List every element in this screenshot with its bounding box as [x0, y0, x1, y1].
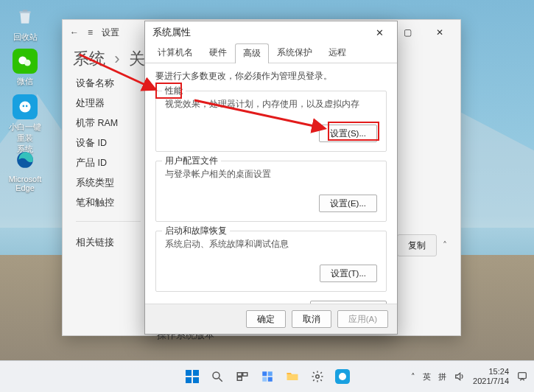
button-label: 取消 — [303, 314, 320, 325]
button-label: 设置(E)... — [330, 198, 366, 209]
svg-rect-15 — [242, 373, 247, 377]
taskbar-clock[interactable]: 15:24 2021/7/14 — [473, 367, 509, 385]
user-profiles-group: 用户配置文件 与登录帐户相关的桌面设置 设置(E)... — [155, 161, 387, 222]
taskbar-center — [182, 366, 353, 387]
svg-point-2 — [19, 101, 30, 112]
tab-hardware[interactable]: 硬件 — [201, 43, 235, 63]
xiaobai-taskbar-icon[interactable] — [332, 366, 353, 387]
divider — [76, 221, 141, 222]
svg-point-4 — [26, 105, 28, 108]
start-button[interactable] — [182, 366, 203, 387]
performance-group-title: 性能 — [162, 85, 186, 97]
startup-recovery-settings-button[interactable]: 设置(T)... — [320, 265, 377, 282]
list-item: 产品 ID — [76, 157, 141, 169]
close-button[interactable]: ✕ — [365, 23, 394, 42]
copy-button-label: 复制 — [408, 240, 426, 251]
menu-button[interactable]: ≡ — [88, 27, 93, 38]
tab-computer-name[interactable]: 计算机名 — [150, 43, 201, 63]
desktop-icon-edge[interactable]: Microsoft Edge — [6, 147, 44, 192]
svg-rect-10 — [186, 377, 192, 383]
performance-group: 性能 视觉效果，处理器计划，内存使用，以及虚拟内存 设置(S)... — [155, 91, 387, 152]
button-label: 应用(A) — [348, 314, 377, 325]
desktop-icon-label: Microsoft Edge — [6, 175, 44, 192]
button-label: 确定 — [257, 314, 275, 325]
svg-point-21 — [315, 375, 319, 379]
svg-point-1 — [24, 60, 31, 66]
edge-icon — [13, 147, 38, 172]
svg-point-3 — [23, 105, 25, 108]
tab-strip: 计算机名 硬件 高级 系统保护 远程 — [145, 43, 397, 63]
performance-group-desc: 视觉效果，处理器计划，内存使用，以及虚拟内存 — [165, 99, 377, 110]
svg-line-13 — [219, 378, 222, 382]
copy-button[interactable]: 复制 — [397, 234, 437, 256]
wechat-icon — [13, 49, 38, 74]
list-item: 笔和触控 — [76, 197, 141, 209]
settings-nav: ← ≡ 设置 — [70, 27, 119, 39]
settings-icon[interactable] — [307, 366, 328, 387]
svg-rect-18 — [267, 371, 272, 376]
svg-point-23 — [339, 373, 346, 380]
chevron-up-icon[interactable]: ˄ — [443, 240, 447, 251]
volume-icon[interactable] — [454, 371, 466, 382]
startup-recovery-group-desc: 系统启动、系统故障和调试信息 — [165, 239, 377, 250]
button-label: 设置(T)... — [331, 268, 366, 279]
file-explorer-icon[interactable] — [282, 366, 303, 387]
related-links-label: 相关链接 — [76, 237, 141, 249]
system-properties-dialog: 系统属性 ✕ 计算机名 硬件 高级 系统保护 远程 要进行大多数更改，你必须作为… — [144, 21, 398, 335]
button-label: 设置(S)... — [330, 128, 366, 139]
list-item: 处理器 — [76, 97, 141, 110]
admin-required-hint: 要进行大多数更改，你必须作为管理员登录。 — [155, 71, 387, 82]
desktop-icon-label: 回收站 — [6, 32, 44, 43]
clock-time: 15:24 — [473, 367, 509, 377]
svg-rect-19 — [262, 377, 267, 382]
dialog-footer: 确定 取消 应用(A) — [145, 304, 397, 334]
svg-rect-16 — [237, 377, 242, 381]
startup-recovery-group: 启动和故障恢复 系统启动、系统故障和调试信息 设置(T)... — [155, 231, 387, 292]
device-spec-list: 设备名称 处理器 机带 RAM 设备 ID 产品 ID 系统类型 笔和触控 相关… — [76, 77, 141, 342]
list-item: 设备 ID — [76, 137, 141, 150]
ime-mode-indicator[interactable]: 拼 — [438, 371, 446, 382]
cancel-button[interactable]: 取消 — [292, 310, 331, 328]
svg-point-12 — [213, 372, 219, 379]
taskbar-tray: ˄ 英 拼 15:24 2021/7/14 — [411, 367, 528, 385]
desktop-icon-label: 微信 — [6, 76, 44, 87]
desktop-icon-xiaobai[interactable]: 小白一键重装 系统 — [6, 94, 44, 155]
user-profiles-group-title: 用户配置文件 — [162, 155, 221, 167]
tab-remote[interactable]: 远程 — [320, 43, 354, 63]
apply-button[interactable]: 应用(A) — [337, 310, 388, 328]
list-item: 设备名称 — [76, 77, 141, 90]
svg-rect-8 — [186, 370, 192, 376]
startup-recovery-group-title: 启动和故障恢复 — [162, 225, 230, 237]
tab-system-protection[interactable]: 系统保护 — [269, 43, 320, 63]
svg-rect-9 — [193, 370, 199, 376]
close-button[interactable]: ✕ — [424, 21, 456, 43]
user-profiles-settings-button[interactable]: 设置(E)... — [319, 195, 377, 212]
back-button[interactable]: ← — [70, 27, 79, 38]
tray-chevron-icon[interactable]: ˄ — [411, 372, 415, 382]
dialog-titlebar[interactable]: 系统属性 ✕ — [145, 21, 397, 43]
dialog-title: 系统属性 — [152, 27, 191, 39]
widgets-icon[interactable] — [257, 366, 278, 387]
desktop-icon-wechat[interactable]: 微信 — [6, 49, 44, 87]
tab-advanced[interactable]: 高级 — [235, 43, 269, 63]
list-item: 机带 RAM — [76, 117, 141, 130]
breadcrumb-item: 关 — [129, 49, 145, 68]
taskbar[interactable]: ˄ 英 拼 15:24 2021/7/14 — [0, 360, 534, 392]
svg-rect-24 — [519, 373, 527, 379]
ime-indicator[interactable]: 英 — [423, 371, 431, 382]
breadcrumb-item[interactable]: 系统 — [73, 49, 105, 68]
notifications-icon[interactable] — [516, 371, 528, 382]
xiaobai-icon — [13, 94, 38, 119]
svg-rect-14 — [237, 373, 242, 377]
svg-rect-11 — [193, 377, 199, 383]
chevron-right-icon: › — [114, 49, 119, 68]
svg-rect-17 — [262, 371, 267, 376]
task-view-icon[interactable] — [232, 366, 253, 387]
ok-button[interactable]: 确定 — [246, 310, 286, 328]
performance-settings-button[interactable]: 设置(S)... — [319, 125, 377, 142]
search-icon[interactable] — [207, 366, 228, 387]
desktop-icon-recycle-bin[interactable]: 回收站 — [6, 4, 44, 43]
clock-date: 2021/7/14 — [473, 377, 509, 386]
user-profiles-group-desc: 与登录帐户相关的桌面设置 — [165, 169, 377, 180]
recycle-bin-icon — [13, 4, 38, 29]
